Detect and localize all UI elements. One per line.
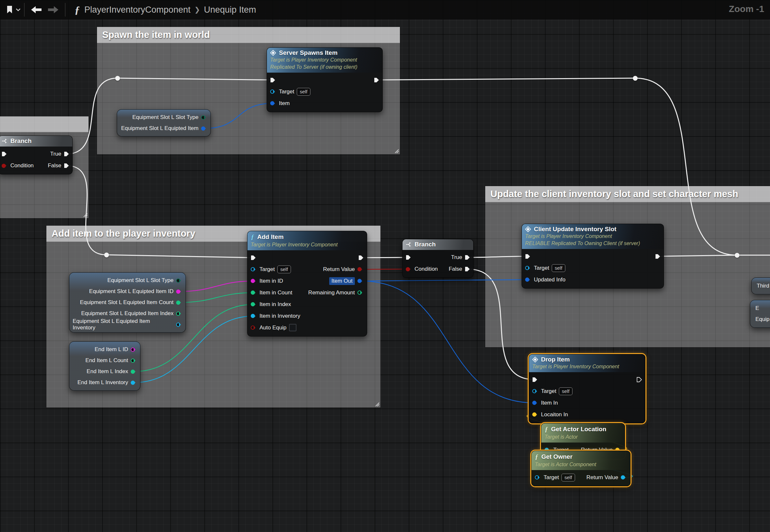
pin-item-in[interactable] [532,401,539,405]
self-badge[interactable]: self [277,266,290,273]
exec-in-pin[interactable] [251,255,256,260]
pin-item-in-index[interactable] [251,302,257,306]
exec-out-pin[interactable] [637,377,642,382]
reroute-node[interactable] [115,76,120,81]
exec-in-pin[interactable] [2,151,7,157]
node-server-spawns-item[interactable]: Server Spawns ItemTarget is Player Inven… [266,47,383,112]
node-equipment-slot-getter-top[interactable]: Equipment Slot L Slot TypeEquipment Slot… [117,109,211,136]
comment-resize-handle[interactable] [373,401,379,407]
pin-row: Equipment Slot L Equipted Item Count [69,297,185,308]
comment-resize-handle[interactable] [393,148,399,153]
breadcrumb-root[interactable]: PlayerInventoryComponent [84,5,190,15]
branch-icon [406,242,412,247]
exec-true-pin[interactable] [465,255,470,260]
pin-condition[interactable] [406,267,412,271]
pin-target[interactable] [251,267,257,271]
zoom-level-label: Zoom -1 [729,4,764,14]
pin-item-in-count[interactable] [251,290,257,295]
pin-target-label: Target [544,474,559,481]
back-arrow-button[interactable] [30,6,42,14]
node-branch-left[interactable]: BranchTrueConditionFalse [0,136,73,174]
pin-item-out[interactable] [357,279,363,283]
pin-equipment-slot-l-equipted-item-inventory[interactable] [176,323,182,327]
comment-title[interactable]: Update the client inventory slot and set… [485,186,770,202]
chevron-down-icon[interactable] [16,8,21,12]
node-get-owner[interactable]: ƒGet OwnerTarget is Actor ComponentTarge… [531,451,631,486]
exec-wire [376,78,635,80]
auto-equip-checkbox[interactable] [289,324,296,331]
pin-equipment-slot-l-equipted-item-id[interactable] [176,290,182,294]
pin-end-item-l-id[interactable] [131,348,137,352]
pin-target[interactable] [532,389,539,393]
comment-title[interactable] [0,116,89,132]
exec-in-pin[interactable] [532,377,538,382]
pin-end-item-l-index[interactable] [131,370,137,374]
pin-equipment-slot-l-slot-type[interactable] [176,278,182,283]
pin-item-in-inventory[interactable] [251,314,257,318]
exec-false-pin[interactable] [64,163,69,168]
comment-resize-handle[interactable] [82,211,88,217]
node-partial-right-1[interactable]: Third [751,278,770,294]
exec-in-pin[interactable] [525,254,530,259]
pin-return-value-label: Return Value [586,474,618,481]
pin-item-in-id[interactable] [251,279,257,283]
node-drop-item[interactable]: Drop ItemTarget is Player Inventory Comp… [529,354,646,423]
pin-row: End Item L Count [69,355,140,366]
node-partial-right-2[interactable]: EEquip [750,300,770,328]
pin-target[interactable] [525,266,531,270]
pin-equipment-slot-l-slot-type[interactable] [201,115,207,120]
pin-equipment-slot-l-equipted-item-index[interactable] [176,312,182,316]
function-icon: ƒ [545,425,548,433]
exec-out-pin[interactable] [374,77,379,83]
pin-end-item-l-count[interactable] [131,359,137,363]
pin-target[interactable] [270,89,276,94]
forward-arrow-button[interactable] [47,6,59,14]
pin-item-in-count-label: Item in Count [259,290,292,296]
pin-end-item-l-inventory[interactable] [131,381,137,385]
exec-in-pin[interactable] [270,77,275,83]
pin-equipment-slot-l-equipted-item-count[interactable] [176,301,182,305]
pin-item[interactable] [270,101,276,105]
exec-out-pin[interactable] [655,254,660,259]
pin-updated-info[interactable] [525,278,531,282]
pin-equipment-slot-l-equipted-item-index-label: Equipment Slot L Equipted Item Index [81,310,173,317]
pin-locaiton-in[interactable] [532,412,539,417]
graph-toolbar: ƒ PlayerInventoryComponent ❯ Unequip Ite… [0,0,770,19]
pin-end-item-l-count-label: End Item L Count [85,357,128,364]
pin-target[interactable] [535,475,541,479]
exec-true-pin[interactable] [64,151,69,157]
pin-equipment-slot-l-equipted-item-id-label: Equipment Slot L Equipted Item ID [89,288,173,295]
exec-false-pin[interactable] [465,266,470,272]
pin-item-in-label: Item In [541,400,558,406]
blueprint-canvas[interactable]: Spawn the item in world Add item to the … [0,0,770,532]
node-title: Get Actor Location [551,426,606,433]
node-title: Drop Item [541,356,570,363]
exec-in-pin[interactable] [406,255,411,260]
self-badge[interactable]: self [297,88,310,96]
reroute-node[interactable] [104,253,109,257]
pin-remaining-amount[interactable] [357,290,363,295]
pin-return-value[interactable] [621,475,627,479]
node-equipment-slot-getter-mid[interactable]: Equipment Slot L Slot TypeEquipment Slot… [69,272,186,333]
pin-row: End Item L ID [69,344,140,355]
pin-auto-equip[interactable] [251,325,257,330]
pin-condition[interactable] [2,164,8,168]
self-badge[interactable]: self [552,264,565,272]
pin-return-value[interactable] [357,267,363,271]
self-badge[interactable]: self [562,474,575,481]
bookmark-icon[interactable] [6,5,14,14]
node-subtitle: Target is Actor [545,434,621,441]
pin-equipment-slot-l-equipted-item[interactable] [201,126,207,131]
pin-row: True [403,252,473,263]
self-badge[interactable]: self [559,387,572,395]
node-end-item-getter[interactable]: End Item L IDEnd Item L CountEnd Item L … [69,341,140,391]
node-client-update-inventory-slot[interactable]: Client Update Inventory SlotTarget is Pl… [522,224,664,289]
comment-title[interactable]: Spawn the item in world [97,27,400,43]
reroute-node[interactable] [735,253,740,258]
breadcrumb-leaf[interactable]: Unequip Item [204,5,256,15]
breadcrumb-separator-icon: ❯ [194,6,200,14]
reroute-node[interactable] [633,76,638,81]
exec-out-pin[interactable] [358,255,363,260]
node-branch-middle[interactable]: BranchTrueConditionFalse [402,239,474,278]
node-add-item[interactable]: ƒAdd ItemTarget is Player Inventory Comp… [247,231,367,337]
